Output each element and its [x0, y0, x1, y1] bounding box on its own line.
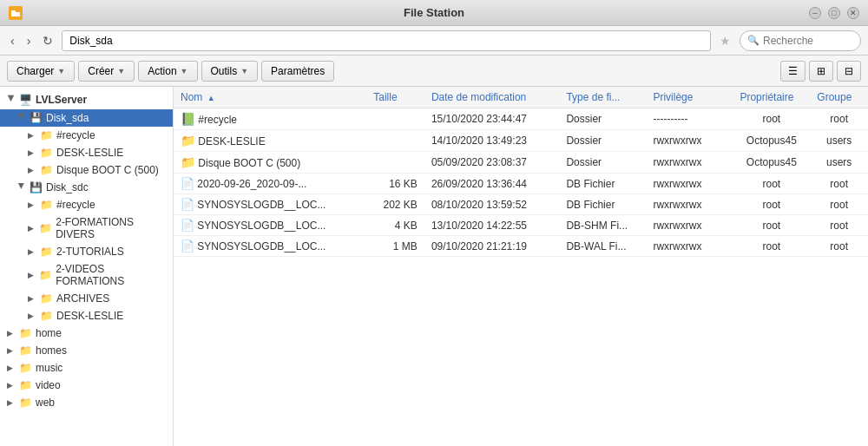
sidebar-item-tutorials[interactable]: ▶ 📁 2-TUTORIALS — [0, 243, 173, 260]
col-header-taille[interactable]: Taille — [366, 87, 424, 108]
nav-bar: ‹ › ↻ ★ 🔍 — [0, 26, 868, 56]
col-header-type[interactable]: Type de fi... — [559, 87, 646, 108]
table-row[interactable]: 📄 SYNOSYSLOGDB__LOC... 202 KB 08/10/2020… — [174, 194, 868, 215]
cell-size — [366, 108, 424, 130]
desk-leslie-sdc-label: DESK-LESLIE — [56, 310, 123, 322]
restore-button[interactable]: □ — [828, 7, 840, 19]
cell-name: 📄 SYNOSYSLOGDB__LOC... — [174, 236, 366, 257]
cell-owner: root — [733, 194, 810, 215]
charger-button[interactable]: Charger ▼ — [7, 61, 75, 82]
sidebar-server-header[interactable]: ▶ 🖥️ LVLServer — [0, 90, 173, 109]
col-header-privilege[interactable]: Privilège — [646, 87, 733, 108]
outils-button[interactable]: Outils ▼ — [201, 61, 259, 82]
cell-type: Dossier — [559, 108, 646, 130]
cell-group: root — [810, 108, 868, 130]
forward-button[interactable]: › — [23, 32, 35, 49]
outils-dropdown-arrow: ▼ — [240, 67, 248, 75]
col-header-nom[interactable]: Nom ▲ — [174, 87, 366, 108]
sidebar-item-formations[interactable]: ▶ 📁 2-FORMATIONS DIVERS — [0, 213, 173, 243]
cell-type: DB Fichier — [559, 174, 646, 194]
sidebar-item-recycle-sda[interactable]: ▶ 📁 #recycle — [0, 127, 173, 144]
sidebar-item-home[interactable]: ▶ 📁 home — [0, 325, 173, 342]
recycle-sda-expand-icon: ▶ — [28, 131, 36, 140]
disk-sda-expand-icon: ▶ — [17, 114, 26, 122]
sidebar-item-desk-leslie-sdc[interactable]: ▶ 📁 DESK-LESLIE — [0, 307, 173, 325]
tutorials-label: 2-TUTORIALS — [56, 246, 124, 258]
parametres-button[interactable]: Paramètres — [261, 61, 334, 82]
cell-name: 📁 DESK-LESLIE — [174, 130, 366, 152]
window-controls[interactable]: – □ ✕ — [809, 7, 859, 19]
minimize-button[interactable]: – — [809, 7, 821, 19]
desk-leslie-sda-label: DESK-LESLIE — [56, 147, 123, 159]
table-row[interactable]: 📄 SYNOSYSLOGDB__LOC... 1 MB 09/10/2020 2… — [174, 236, 868, 257]
cell-privilege: rwxrwxrwx — [646, 215, 733, 236]
address-bar[interactable] — [62, 30, 711, 51]
cell-group: root — [810, 236, 868, 257]
detail-view-button[interactable]: ⊞ — [809, 61, 833, 82]
archives-label: ARCHIVES — [56, 292, 109, 305]
list-view-button[interactable]: ☰ — [780, 61, 806, 82]
back-button[interactable]: ‹ — [7, 32, 18, 49]
cell-date: 26/09/2020 13:36:44 — [424, 174, 560, 194]
sidebar-item-web[interactable]: ▶ 📁 web — [0, 394, 173, 411]
server-icon: 🖥️ — [19, 94, 32, 106]
video-expand-icon: ▶ — [7, 381, 16, 390]
sidebar-item-video[interactable]: ▶ 📁 video — [0, 377, 173, 394]
title-bar: File Station – □ ✕ — [0, 0, 868, 26]
tutorials-icon: 📁 — [40, 246, 53, 258]
sidebar-item-recycle-sdc[interactable]: ▶ 📁 #recycle — [0, 196, 173, 213]
cell-type: DB-WAL Fi... — [559, 236, 646, 257]
cell-owner: root — [733, 108, 810, 130]
search-box: 🔍 — [740, 30, 861, 51]
cell-date: 15/10/2020 23:44:47 — [424, 108, 560, 130]
formations-icon: 📁 — [39, 222, 52, 234]
sidebar-item-disque-boot[interactable]: ▶ 📁 Disque BOOT C (500) — [0, 161, 173, 179]
file-list: Nom ▲ Taille Date de modification Type d… — [174, 87, 868, 446]
table-row[interactable]: 📄 2020-09-26_2020-09-... 16 KB 26/09/202… — [174, 174, 868, 194]
home-expand-icon: ▶ — [7, 329, 16, 338]
search-input[interactable] — [763, 35, 850, 47]
recycle-sdc-icon: 📁 — [40, 199, 53, 211]
action-button[interactable]: Action ▼ — [138, 61, 197, 82]
view-controls: ☰ ⊞ ⊟ — [780, 61, 861, 82]
table-row[interactable]: 📄 SYNOSYSLOGDB__LOC... 4 KB 13/10/2020 1… — [174, 215, 868, 236]
columns-view-button[interactable]: ⊟ — [837, 61, 861, 82]
recycle-sda-icon: 📁 — [40, 129, 53, 141]
sidebar-item-disk-sda[interactable]: ▶ 💾 Disk_sda — [0, 109, 173, 127]
music-icon: 📁 — [19, 362, 32, 374]
home-icon: 📁 — [19, 327, 32, 339]
bookmark-button[interactable]: ★ — [716, 34, 734, 48]
sidebar-item-desk-leslie-sda[interactable]: ▶ 📁 DESK-LESLIE — [0, 144, 173, 161]
sidebar-item-videos[interactable]: ▶ 📁 2-VIDEOS FORMATIONS — [0, 260, 173, 290]
col-header-groupe[interactable]: Groupe — [810, 87, 868, 108]
table-row[interactable]: 📁 DESK-LESLIE 14/10/2020 13:49:23 Dossie… — [174, 130, 868, 152]
disk-sda-icon: 💾 — [30, 112, 43, 124]
sidebar-item-archives[interactable]: ▶ 📁 ARCHIVES — [0, 290, 173, 307]
disque-boot-label: Disque BOOT C (500) — [56, 164, 159, 176]
creer-button[interactable]: Créer ▼ — [78, 61, 135, 82]
action-dropdown-arrow: ▼ — [181, 67, 188, 75]
cell-group: users — [810, 130, 868, 152]
table-row[interactable]: 📁 Disque BOOT C (500) 05/09/2020 23:08:3… — [174, 152, 868, 174]
file-icon: 📄 — [181, 198, 194, 211]
cell-privilege: rwxrwxrwx — [646, 236, 733, 257]
refresh-button[interactable]: ↻ — [39, 32, 56, 49]
app-icon — [9, 6, 23, 20]
table-row[interactable]: 📗 #recycle 15/10/2020 23:44:47 Dossier -… — [174, 108, 868, 130]
cell-name: 📗 #recycle — [174, 108, 366, 130]
cell-privilege: rwxrwxrwx — [646, 130, 733, 152]
recycle-sdc-label: #recycle — [56, 199, 95, 211]
disque-boot-expand-icon: ▶ — [28, 166, 36, 174]
col-header-proprietaire[interactable]: Propriétaire — [733, 87, 810, 108]
desk-leslie-sda-icon: 📁 — [40, 147, 53, 159]
col-header-date[interactable]: Date de modification — [424, 87, 560, 108]
cell-size: 4 KB — [366, 215, 424, 236]
cell-date: 09/10/2020 21:21:19 — [424, 236, 560, 257]
sort-arrow-nom: ▲ — [207, 94, 215, 102]
sidebar-item-disk-sdc[interactable]: ▶ 💾 Disk_sdc — [0, 179, 173, 196]
sidebar-item-homes[interactable]: ▶ 📁 homes — [0, 342, 173, 359]
cell-privilege: rwxrwxrwx — [646, 174, 733, 194]
sidebar-item-music[interactable]: ▶ 📁 music — [0, 359, 173, 377]
server-label: LVLServer — [36, 94, 87, 106]
close-button[interactable]: ✕ — [847, 7, 859, 19]
